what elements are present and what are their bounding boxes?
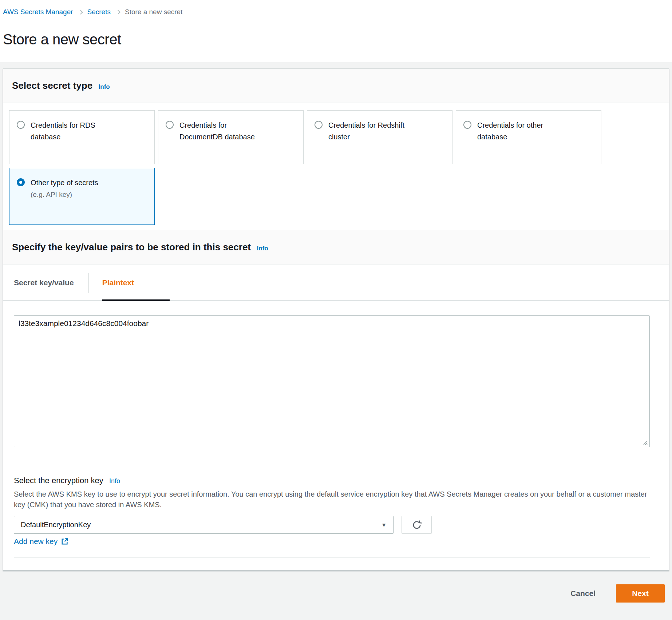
plaintext-secret-input[interactable]: l33te3xample01234d646c8c004foobar (14, 315, 650, 447)
radio-unchecked-icon[interactable] (17, 121, 25, 129)
secret-type-options: Credentials for RDS database Credentials… (3, 103, 669, 230)
refresh-keys-button[interactable] (402, 516, 432, 534)
option-other-type-of-secrets[interactable]: Other type of secrets (e.g. API key) (9, 168, 155, 225)
breadcrumb-link-secrets-manager[interactable]: AWS Secrets Manager (3, 8, 73, 16)
key-value-info-link[interactable]: Info (257, 245, 268, 252)
tab-plaintext[interactable]: Plaintext (102, 265, 170, 301)
wizard-actions: Cancel Next (0, 584, 665, 603)
option-credentials-redshift[interactable]: Credentials for Redshift cluster (307, 110, 452, 164)
card-footer-spacer (14, 557, 650, 570)
secret-type-title: Select secret type (12, 80, 92, 91)
key-value-tabs: Secret key/value Plaintext (3, 265, 669, 301)
cancel-button[interactable]: Cancel (570, 589, 596, 598)
option-credentials-rds[interactable]: Credentials for RDS database (9, 110, 155, 164)
option-sublabel: (e.g. API key) (31, 191, 72, 198)
secret-type-info-link[interactable]: Info (99, 83, 110, 90)
breadcrumb: AWS Secrets Manager Secrets Store a new … (3, 8, 661, 16)
add-new-key-link[interactable]: Add new key (14, 537, 69, 546)
refresh-icon (411, 520, 422, 530)
breadcrumb-link-secrets[interactable]: Secrets (87, 8, 111, 16)
radio-unchecked-icon[interactable] (463, 121, 471, 129)
radio-unchecked-icon[interactable] (315, 121, 323, 129)
page-title: Store a new secret (3, 31, 661, 48)
section-header-secret-type: Select secret type Info (3, 69, 669, 103)
option-label: Credentials for other database (477, 119, 556, 143)
chevron-down-icon: ▼ (381, 522, 387, 528)
chevron-right-icon (116, 10, 120, 15)
option-credentials-documentdb[interactable]: Credentials for DocumentDB database (158, 110, 304, 164)
option-label: Credentials for Redshift cluster (328, 119, 407, 143)
encryption-key-section: Select the encryption key Info Select th… (3, 462, 669, 570)
option-label: Other type of secrets (e.g. API key) (31, 177, 98, 200)
chevron-right-icon (78, 10, 83, 15)
section-header-key-value: Specify the key/value pairs to be stored… (3, 230, 669, 265)
encryption-title: Select the encryption key (14, 476, 103, 485)
tab-secret-key-value[interactable]: Secret key/value (14, 265, 88, 301)
breadcrumb-current: Store a new secret (125, 8, 182, 16)
encryption-description: Select the AWS KMS key to use to encrypt… (14, 489, 649, 510)
encryption-info-link[interactable]: Info (109, 477, 120, 485)
next-button[interactable]: Next (616, 584, 665, 603)
encryption-key-select[interactable]: DefaultEncryptionKey ▼ (14, 516, 394, 534)
option-credentials-other-database[interactable]: Credentials for other database (456, 110, 601, 164)
external-link-icon (61, 537, 69, 545)
plaintext-panel: l33te3xample01234d646c8c004foobar (3, 301, 669, 462)
encryption-key-selected-value: DefaultEncryptionKey (21, 521, 91, 529)
add-new-key-label: Add new key (14, 537, 58, 546)
page-header: AWS Secrets Manager Secrets Store a new … (0, 0, 672, 62)
radio-checked-icon[interactable] (17, 178, 25, 186)
option-label: Credentials for DocumentDB database (179, 119, 258, 143)
option-label: Credentials for RDS database (31, 119, 109, 143)
store-secret-card: Select secret type Info Credentials for … (3, 68, 669, 571)
tab-divider (88, 273, 89, 293)
radio-unchecked-icon[interactable] (166, 121, 174, 129)
key-value-title: Specify the key/value pairs to be stored… (12, 242, 251, 253)
option-label-main: Other type of secrets (31, 179, 98, 187)
